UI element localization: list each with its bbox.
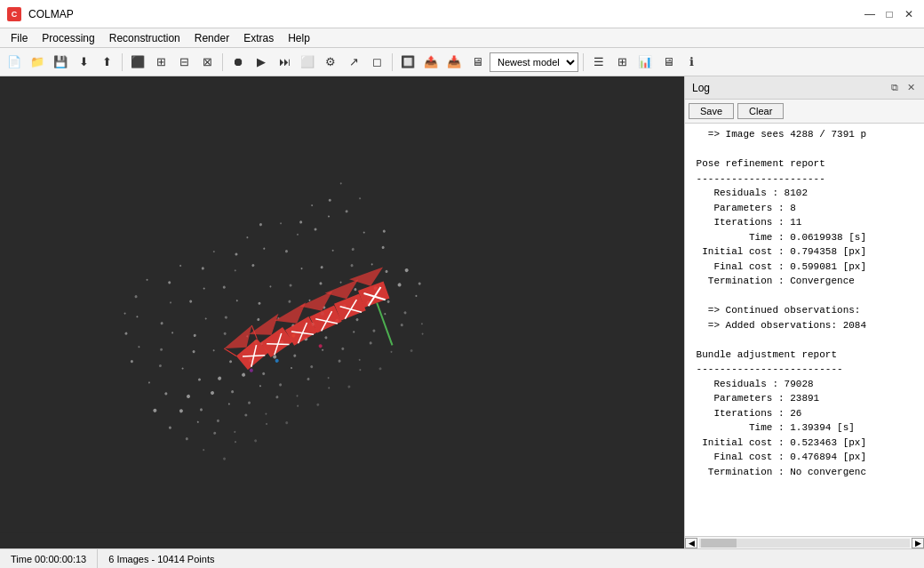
menu-help[interactable]: Help bbox=[281, 30, 317, 46]
separator-4 bbox=[583, 53, 584, 71]
export-button[interactable]: ⬆ bbox=[96, 52, 117, 73]
menu-reconstruction[interactable]: Reconstruction bbox=[102, 30, 187, 46]
separator-1 bbox=[122, 53, 123, 71]
tool-btn-2[interactable]: 📤 bbox=[420, 52, 442, 73]
log-toolbar: Save Clear bbox=[685, 100, 924, 124]
status-bar: Time 00:00:00:13 6 Images - 10414 Points bbox=[0, 548, 924, 568]
log-close-button[interactable]: ✕ bbox=[904, 82, 917, 94]
grid-btn[interactable]: ⊞ bbox=[611, 52, 633, 73]
point-cloud-area bbox=[0, 76, 684, 548]
new-button[interactable]: 📄 bbox=[4, 52, 25, 73]
menu-extras[interactable]: Extras bbox=[236, 30, 281, 46]
info-btn[interactable]: ℹ bbox=[681, 52, 702, 73]
separator-3 bbox=[392, 53, 393, 71]
tool-btn-4[interactable]: 🖥 bbox=[466, 52, 488, 73]
monitor-btn[interactable]: 🖥 bbox=[657, 52, 679, 73]
view-btn-3[interactable]: ⊟ bbox=[173, 52, 195, 73]
log-header-controls: ⧉ ✕ bbox=[888, 82, 917, 94]
main-area: Log ⧉ ✕ Save Clear => Image sees 4288 / … bbox=[0, 76, 924, 548]
log-panel: Log ⧉ ✕ Save Clear => Image sees 4288 / … bbox=[684, 76, 924, 548]
model-dropdown[interactable]: Newest model All models bbox=[490, 52, 578, 72]
menu-render[interactable]: Render bbox=[187, 30, 236, 46]
import-button[interactable]: ⬇ bbox=[73, 52, 94, 73]
status-time: Time 00:00:00:13 bbox=[0, 549, 98, 568]
title-bar: C COLMAP — □ ✕ bbox=[0, 0, 924, 28]
point-cloud-svg bbox=[0, 76, 684, 548]
scroll-right-btn[interactable]: ▶ bbox=[912, 538, 924, 548]
log-text: => Image sees 4288 / 7391 p Pose refinem… bbox=[690, 127, 919, 479]
log-content[interactable]: => Image sees 4288 / 7391 p Pose refinem… bbox=[685, 124, 924, 536]
menu-processing[interactable]: Processing bbox=[35, 30, 101, 46]
scroll-left-btn[interactable]: ◀ bbox=[685, 538, 697, 548]
window-controls: — □ ✕ bbox=[862, 6, 917, 22]
pointer-btn[interactable]: ↗ bbox=[343, 52, 364, 73]
separator-2 bbox=[222, 53, 223, 71]
log-horizontal-scrollbar[interactable]: ◀ ▶ bbox=[685, 536, 924, 548]
log-header: Log ⧉ ✕ bbox=[685, 76, 924, 100]
minimize-button[interactable]: — bbox=[862, 6, 878, 22]
log-save-button[interactable]: Save bbox=[689, 103, 734, 119]
select-btn[interactable]: ◻ bbox=[366, 52, 387, 73]
toolbar: 📄 📁 💾 ⬇ ⬆ ⬛ ⊞ ⊟ ⊠ ⏺ ▶ ⏭ ⬜ ⚙ ↗ ◻ 🔲 📤 📥 🖥 … bbox=[0, 48, 924, 76]
viewport[interactable] bbox=[0, 76, 684, 548]
close-button[interactable]: ✕ bbox=[901, 6, 917, 22]
play-btn[interactable]: ⏺ bbox=[227, 52, 249, 73]
menu-bar: File Processing Reconstruction Render Ex… bbox=[0, 28, 924, 48]
stop-btn[interactable]: ⬜ bbox=[297, 52, 318, 73]
open-button[interactable]: 📁 bbox=[27, 52, 48, 73]
log-clear-button[interactable]: Clear bbox=[737, 103, 784, 119]
menu-file[interactable]: File bbox=[4, 30, 35, 46]
app-icon: C bbox=[7, 7, 21, 21]
view-btn-1[interactable]: ⬛ bbox=[127, 52, 148, 73]
skip-btn[interactable]: ⏭ bbox=[274, 52, 295, 73]
settings-btn[interactable]: ⚙ bbox=[320, 52, 341, 73]
log-title: Log bbox=[692, 82, 710, 94]
chart-btn[interactable]: 📊 bbox=[634, 52, 656, 73]
log-detach-button[interactable]: ⧉ bbox=[888, 82, 901, 94]
status-info: 6 Images - 10414 Points bbox=[98, 549, 924, 568]
title-text: COLMAP bbox=[28, 8, 855, 20]
view-btn-2[interactable]: ⊞ bbox=[150, 52, 171, 73]
save-button[interactable]: 💾 bbox=[50, 52, 71, 73]
step-btn[interactable]: ▶ bbox=[251, 52, 272, 73]
hscroll-thumb[interactable] bbox=[701, 539, 737, 548]
tool-btn-1[interactable]: 🔲 bbox=[397, 52, 418, 73]
view-btn-4[interactable]: ⊠ bbox=[196, 52, 218, 73]
tool-btn-3[interactable]: 📥 bbox=[443, 52, 465, 73]
list-btn[interactable]: ☰ bbox=[588, 52, 609, 73]
maximize-button[interactable]: □ bbox=[881, 6, 897, 22]
